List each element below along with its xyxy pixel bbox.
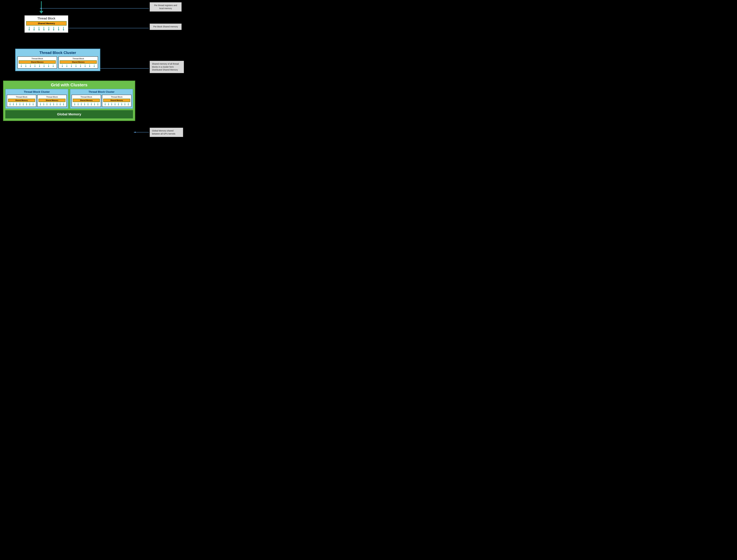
mini-arrow	[74, 103, 75, 105]
grid-block-1-1: Thread Block Shared Memory	[7, 95, 36, 107]
cluster-block-1-title: Thread Block	[19, 57, 56, 60]
mini-arrow	[78, 103, 79, 105]
mini-arrow	[66, 64, 68, 67]
mini-arrow	[39, 64, 40, 67]
thread-arrow	[28, 27, 30, 31]
mini-arrow	[40, 103, 41, 105]
mini-arrow	[13, 103, 14, 105]
grid-with-clusters: Grid with Clusters Thread Block Cluster …	[3, 81, 135, 121]
mini-arrow	[21, 64, 22, 67]
mini-arrow	[63, 103, 64, 105]
grid-title: Grid with Clusters	[5, 83, 133, 87]
mini-arrow	[53, 64, 54, 67]
mini-arrow	[97, 103, 99, 105]
per-block-label: Per block Shared memory	[150, 24, 182, 30]
mini-arrow	[60, 103, 61, 105]
distributed-shared-memory-label: Shared memory of all thread blocks in a …	[150, 61, 184, 73]
mini-arrow	[87, 103, 89, 105]
grid-block-2-1: Thread Block Shared Memory	[72, 95, 101, 107]
grid-block-1-1-arrows	[8, 103, 35, 106]
mini-arrow	[108, 103, 109, 105]
grid-cluster-2-inner: Thread Block Shared Memory	[72, 95, 132, 107]
mini-arrow	[62, 64, 63, 67]
mini-arrow	[43, 64, 45, 67]
mini-arrow	[94, 103, 95, 105]
grid-cluster-2-title: Thread Block Cluster	[72, 90, 132, 93]
per-thread-label: Per thread registers and local memory	[150, 2, 182, 12]
grid-block-2-1-arrows	[73, 103, 100, 106]
cluster-block-1: Thread Block Shared Memory	[17, 56, 57, 69]
grid-block-2-2: Thread Block Shared Memory	[102, 95, 132, 107]
mini-arrow	[56, 103, 58, 105]
grid-block-1-2-arrows	[38, 103, 66, 106]
cluster-title-middle: Thread Block Cluster	[17, 51, 98, 55]
mini-arrow	[23, 103, 24, 105]
thread-block-title: Thread Block	[26, 17, 67, 20]
mini-arrow	[71, 64, 72, 67]
mini-arrow	[48, 64, 49, 67]
grid-cluster-1: Thread Block Cluster Thread Block Shared…	[5, 89, 68, 109]
grid-block-2-1-title: Thread Block	[73, 96, 100, 98]
thread-arrow	[33, 27, 35, 31]
mini-arrow	[105, 103, 106, 105]
mini-arrow	[81, 103, 82, 105]
grid-block-2-2-title: Thread Block	[103, 96, 130, 98]
mini-arrow	[16, 103, 17, 105]
thread-arrow	[58, 27, 59, 31]
mini-arrow	[34, 64, 36, 67]
mini-arrow	[25, 64, 26, 67]
mini-arrow	[128, 103, 129, 105]
grid-block-1-1-title: Thread Block	[8, 96, 35, 98]
grid-cluster-1-title: Thread Block Cluster	[7, 90, 67, 93]
thread-arrow	[63, 27, 64, 31]
grid-cluster-1-inner: Thread Block Shared Memory	[7, 95, 67, 107]
svg-marker-1	[39, 11, 43, 14]
mini-arrow	[114, 103, 116, 105]
mini-arrow	[84, 103, 85, 105]
grid-block-2-1-shared: Shared Memory	[73, 99, 100, 102]
grid-block-1-2-title: Thread Block	[38, 96, 66, 98]
mini-arrow	[9, 103, 11, 105]
thread-block-cluster-middle: Thread Block Cluster Thread Block Shared…	[15, 49, 100, 71]
mini-arrow	[46, 103, 48, 105]
cluster-block-1-arrows	[19, 64, 56, 67]
svg-marker-9	[133, 132, 136, 133]
thread-arrow	[43, 27, 45, 31]
mini-arrow	[29, 103, 30, 105]
mini-arrow	[33, 103, 34, 105]
grid-block-2-2-arrows	[103, 103, 130, 106]
grid-clusters-row: Thread Block Cluster Thread Block Shared…	[5, 89, 133, 109]
mini-arrow	[50, 103, 51, 105]
single-thread-block: Thread Block Shared Memory	[24, 15, 68, 33]
cluster-block-2-arrows	[60, 64, 97, 67]
grid-cluster-2: Thread Block Cluster Thread Block Shared…	[70, 89, 133, 109]
grid-block-1-1-shared: Shared Memory	[8, 99, 35, 102]
thread-arrow	[48, 27, 50, 31]
thread-arrows-top	[26, 26, 67, 31]
grid-block-1-2: Thread Block Shared Memory	[37, 95, 67, 107]
mini-arrow	[91, 103, 92, 105]
cluster-block-1-shared: Shared Memory	[19, 60, 56, 64]
mini-arrow	[43, 103, 44, 105]
mini-arrow	[80, 64, 81, 67]
mini-arrow	[94, 64, 95, 67]
mini-arrow	[19, 103, 21, 105]
mini-arrow	[75, 64, 77, 67]
thread-arrow	[38, 27, 40, 31]
mini-arrow	[26, 103, 27, 105]
mini-arrow	[53, 103, 54, 105]
mini-arrow	[111, 103, 112, 105]
shared-memory-bar-top: Shared Memory	[26, 21, 67, 26]
cluster-block-2-title: Thread Block	[60, 57, 97, 60]
mini-arrow	[89, 64, 90, 67]
mini-arrow	[30, 64, 31, 67]
cluster-block-2-shared: Shared Memory	[60, 60, 97, 64]
cluster-block-2: Thread Block Shared Memory	[59, 56, 98, 69]
mini-arrow	[124, 103, 126, 105]
mini-arrow	[118, 103, 119, 105]
global-memory-bar: Global Memory	[5, 110, 133, 118]
grid-block-1-2-shared: Shared Memory	[38, 99, 66, 102]
svg-marker-3	[40, 8, 42, 9]
diagram-area: Per thread registers and local memory Th…	[0, 0, 184, 140]
mini-arrow	[85, 64, 86, 67]
